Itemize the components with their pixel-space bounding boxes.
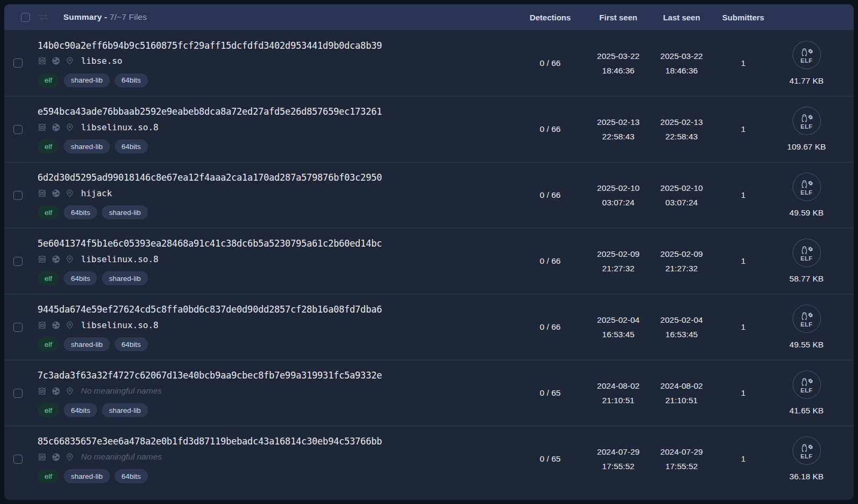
tag-elf[interactable]: elf [38,139,59,153]
file-hash[interactable]: e594bca43ade76bbaab2592e9eabeb8dca8a72ed… [38,106,508,117]
first-seen-date: 2025-02-10 [587,181,650,195]
tag-shared-lib[interactable]: shared-lib [64,337,109,351]
scope-eye-icon [38,255,47,264]
row-checkbox[interactable] [13,389,23,398]
file-hash[interactable]: 85c66835657e3ee6a478a2e0b1fd3d87119bebad… [38,435,508,447]
detections-value: 0 / 66 [514,190,587,200]
row-checkbox-cell [4,58,30,68]
tag-elf[interactable]: elf [38,403,59,417]
row-checkbox[interactable] [13,125,23,134]
row-checkbox-cell [4,191,30,200]
first-seen-time: 21:27:32 [587,261,650,276]
tag-shared-lib[interactable]: shared-lib [102,403,147,417]
first-seen-time: 21:10:51 [587,393,650,407]
elf-file-type-badge: ELF [793,239,821,267]
tag-64bits[interactable]: 64bits [64,205,97,219]
file-hash[interactable]: 7c3ada3f63a32f4727c62067d13e40bcb9aa9cbe… [38,369,508,381]
penguin-gear-icon [798,114,815,123]
penguin-gear-icon [798,377,815,387]
row-checkbox[interactable] [13,58,23,68]
tag-elf[interactable]: elf [38,271,59,285]
type-size-cell: ELF 109.67 KB [773,107,854,152]
tag-shared-lib[interactable]: shared-lib [102,271,147,285]
last-seen-value: 2025-02-04 16:53:45 [650,313,713,342]
file-hash[interactable]: 14b0c90a2eff6b94b9c5160875fcf29aff15dcfd… [38,40,508,51]
tag-elf[interactable]: elf [38,205,59,219]
type-size-cell: ELF 49.59 KB [773,173,854,218]
submitters-value: 1 [713,58,773,68]
tag-shared-lib[interactable]: shared-lib [64,469,109,483]
file-row[interactable]: 9445da674e59ef27624cd5c8ffa0bd6c837de0d9… [4,294,854,360]
file-info: 7c3ada3f63a32f4727c62067d13e40bcb9aa9cbe… [30,361,514,425]
last-seen-date: 2025-02-10 [650,181,713,195]
column-header-first-seen[interactable]: First seen [587,13,650,22]
file-name: libselinux.so.8 [81,122,159,132]
tag-elf[interactable]: elf [38,469,59,483]
file-hash[interactable]: 5e6041374f5b1e6c05393ea28468a91c41c38dc6… [38,238,508,249]
tag-shared-lib[interactable]: shared-lib [102,205,147,219]
location-pin-icon [65,255,74,264]
location-pin-icon [65,56,74,65]
tag-64bits[interactable]: 64bits [64,271,97,285]
summary-title: Summary - 7/~7 Files [63,12,147,22]
file-info: 85c66835657e3ee6a478a2e0b1fd3d87119bebad… [30,427,514,491]
file-size: 36.18 KB [789,472,824,481]
globe-icon [51,387,61,396]
tag-64bits[interactable]: 64bits [64,403,97,417]
elf-badge-label: ELF [801,124,812,130]
file-size: 109.67 KB [787,142,826,152]
row-checkbox[interactable] [13,191,23,200]
scope-eye-icon [38,453,47,462]
column-header-detections[interactable]: Detections [514,13,587,22]
tag-elf[interactable]: elf [38,337,59,351]
tag-shared-lib[interactable]: shared-lib [64,139,109,153]
row-checkbox[interactable] [13,455,23,464]
row-checkbox[interactable] [13,257,23,266]
type-size-cell: ELF 58.77 KB [773,239,854,284]
first-seen-date: 2025-03-22 [587,49,650,63]
tag-64bits[interactable]: 64bits [115,469,148,483]
file-hash[interactable]: 6d2d30d5295ad99018146c8e67ea12f4aaa2ca1a… [38,172,508,183]
penguin-gear-icon [798,312,815,321]
detections-value: 0 / 66 [514,322,587,332]
globe-icon [51,255,61,264]
last-seen-value: 2025-02-13 22:58:43 [650,115,713,144]
column-header-last-seen[interactable]: Last seen [650,13,713,22]
first-seen-value: 2025-02-09 21:27:32 [587,247,650,276]
type-size-cell: ELF 41.65 KB [773,370,854,416]
location-pin-icon [65,453,74,462]
rescan-swap-icon[interactable] [38,13,49,21]
file-size: 41.77 KB [789,76,824,86]
penguin-gear-icon [798,443,815,453]
location-pin-icon [65,189,74,198]
detections-value: 0 / 66 [514,256,587,266]
tag-elf[interactable]: elf [38,73,59,87]
file-row[interactable]: 6d2d30d5295ad99018146c8e67ea12f4aaa2ca1a… [4,162,854,228]
file-row[interactable]: 14b0c90a2eff6b94b9c5160875fcf29aff15dcfd… [4,30,854,96]
select-all-checkbox[interactable] [21,13,30,22]
row-checkbox[interactable] [13,323,23,332]
type-size-cell: ELF 41.77 KB [773,41,854,86]
file-info: 9445da674e59ef27624cd5c8ffa0bd6c837de0d9… [30,295,514,359]
tag-64bits[interactable]: 64bits [115,73,148,87]
tag-list: elfshared-lib64bits [38,139,508,153]
file-row[interactable]: e594bca43ade76bbaab2592e9eabeb8dca8a72ed… [4,96,854,162]
file-info: 6d2d30d5295ad99018146c8e67ea12f4aaa2ca1a… [30,164,514,227]
elf-file-type-badge: ELF [793,41,821,69]
file-name-line: libselinux.so.8 [38,319,508,331]
tag-64bits[interactable]: 64bits [115,337,148,351]
first-seen-value: 2025-02-10 03:07:24 [587,181,650,210]
file-row[interactable]: 85c66835657e3ee6a478a2e0b1fd3d87119bebad… [4,426,854,492]
header-title-cell: Summary - 7/~7 Files [30,12,514,22]
location-pin-icon [65,321,74,330]
first-seen-time: 16:53:45 [587,327,650,342]
file-row[interactable]: 5e6041374f5b1e6c05393ea28468a91c41c38dc6… [4,228,854,294]
first-seen-time: 18:46:36 [587,63,650,78]
tag-64bits[interactable]: 64bits [115,139,148,153]
column-header-submitters[interactable]: Submitters [713,13,773,22]
first-seen-value: 2024-08-02 21:10:51 [587,379,650,407]
file-hash[interactable]: 9445da674e59ef27624cd5c8ffa0bd6c837de0d9… [38,303,508,315]
tag-shared-lib[interactable]: shared-lib [64,73,109,87]
globe-icon [51,453,61,462]
file-row[interactable]: 7c3ada3f63a32f4727c62067d13e40bcb9aa9cbe… [4,360,854,426]
